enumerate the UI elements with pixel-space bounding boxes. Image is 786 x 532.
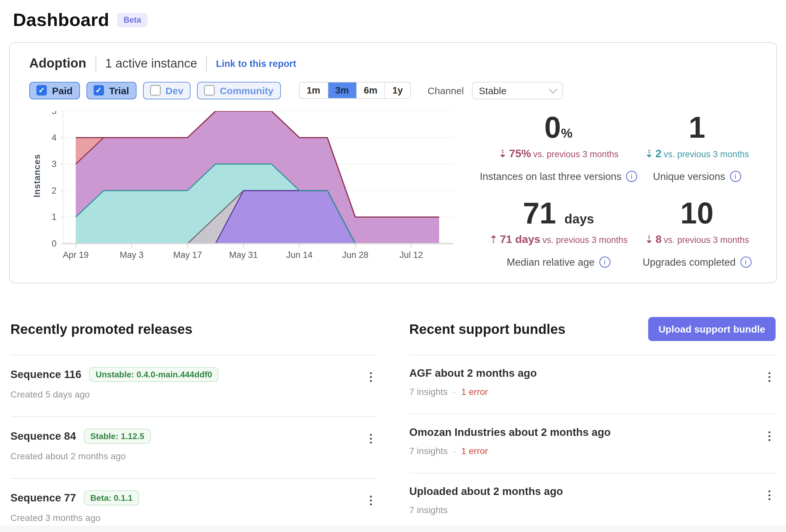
link-to-report[interactable]: Link to this report: [216, 58, 297, 69]
release-title: Sequence 116: [10, 368, 81, 381]
filter-community[interactable]: Community: [197, 82, 280, 99]
delta-suffix: vs. previous 3 months: [664, 149, 749, 159]
info-icon[interactable]: i: [599, 257, 610, 268]
stat-label: Median relative age: [507, 257, 595, 268]
bundle-row[interactable]: AGF about 2 months ago 7 insights · 1 er…: [409, 355, 776, 414]
kebab-menu-icon[interactable]: [766, 370, 773, 385]
y-axis-title: Instances: [32, 150, 42, 202]
delta-suffix: vs. previous 3 months: [542, 235, 628, 245]
checkbox-unchecked-icon[interactable]: [150, 86, 160, 96]
adoption-card: Adoption 1 active instance Link to this …: [9, 42, 777, 283]
release-badge: Stable: 1.12.5: [84, 429, 151, 444]
range-1m[interactable]: 1m: [299, 83, 328, 98]
page-title: Dashboard: [13, 10, 109, 30]
release-created: Created 3 months ago: [10, 512, 377, 523]
filter-paid[interactable]: ✓ Paid: [29, 82, 79, 99]
svg-text:May 3: May 3: [120, 250, 144, 260]
stat-value: 1: [689, 111, 705, 144]
stat-unit: %: [561, 126, 573, 140]
release-row[interactable]: Sequence 116 Unstable: 0.4.0-main.444ddf…: [10, 355, 377, 416]
channel-select[interactable]: Stable: [472, 82, 563, 99]
kebab-menu-icon[interactable]: [766, 488, 773, 503]
delta-value: 2: [656, 147, 662, 160]
bundle-insights: 7 insights: [409, 505, 447, 515]
stat-upgrades-completed: 10 ⇣8vs. previous 3 months Upgrades comp…: [637, 198, 757, 268]
adoption-title: Adoption: [29, 56, 87, 71]
delta-value: 8: [656, 233, 662, 245]
adoption-chart-block: Instances Apr 19May 3May 17May 31Jun 14J…: [29, 111, 454, 268]
stat-value: 71: [523, 196, 556, 230]
release-row[interactable]: Sequence 84 Stable: 1.12.5 Created about…: [10, 417, 377, 478]
svg-text:4: 4: [52, 132, 56, 142]
delta-value: 71 days: [500, 233, 540, 245]
stat-value: 10: [680, 196, 714, 230]
trend-down-icon: ⇣: [645, 233, 654, 245]
svg-text:May 17: May 17: [173, 250, 202, 260]
svg-text:0: 0: [52, 239, 56, 248]
kebab-menu-icon[interactable]: [367, 431, 374, 446]
filter-label: Paid: [52, 85, 72, 96]
filters-row: ✓ Paid ✓ Trial Dev Community 1m 3m 6m 1y: [29, 82, 757, 99]
kebab-menu-icon[interactable]: [766, 429, 773, 444]
info-icon[interactable]: i: [626, 171, 637, 182]
recent-releases-section: Recently promoted releases Sequence 116 …: [10, 317, 377, 532]
bundle-row[interactable]: Uploaded about 2 months ago 7 insights: [409, 474, 776, 532]
bundle-insights: 7 insights: [409, 387, 447, 397]
svg-text:Jul 12: Jul 12: [399, 250, 423, 260]
release-badge: Beta: 0.1.1: [84, 490, 139, 505]
stat-label: Unique versions: [653, 171, 725, 183]
kebab-menu-icon[interactable]: [367, 370, 374, 385]
range-6m[interactable]: 6m: [356, 83, 385, 98]
channel-control: Channel Stable: [427, 82, 563, 99]
filter-label: Dev: [165, 85, 183, 96]
info-icon[interactable]: i: [740, 257, 751, 268]
release-created: Created 5 days ago: [10, 389, 377, 400]
bundle-errors: 1 error: [461, 445, 488, 456]
active-instances-count: 1 active instance: [105, 56, 197, 71]
stat-label: Upgrades completed: [643, 257, 736, 268]
bundle-title: AGF about 2 months ago: [409, 367, 537, 379]
stat-label: Instances on last three versions: [480, 171, 622, 183]
channel-value: Stable: [479, 85, 506, 96]
separator: [96, 56, 96, 71]
svg-text:May 31: May 31: [229, 250, 258, 260]
stats-grid: 0% ⇣75%vs. previous 3 months Instances o…: [454, 111, 757, 268]
page-header: Dashboard Beta: [0, 0, 786, 30]
trend-down-icon: ⇣: [498, 147, 507, 160]
info-icon[interactable]: i: [730, 171, 741, 182]
filter-trial[interactable]: ✓ Trial: [86, 82, 136, 99]
bundle-row[interactable]: Omozan Industries about 2 months ago 7 i…: [409, 414, 776, 473]
stat-instances-last-three-versions: 0% ⇣75%vs. previous 3 months Instances o…: [480, 112, 637, 183]
filter-dev[interactable]: Dev: [143, 82, 190, 99]
bundle-title: Omozan Industries about 2 months ago: [409, 426, 611, 438]
svg-text:Jun 28: Jun 28: [342, 250, 368, 260]
release-badge: Unstable: 0.4.0-main.444ddf0: [89, 367, 218, 382]
svg-text:2: 2: [52, 186, 56, 195]
support-bundles-section: Recent support bundles Upload support bu…: [409, 317, 776, 532]
time-range-segmented-control: 1m 3m 6m 1y: [299, 82, 411, 99]
range-3m[interactable]: 3m: [328, 83, 356, 98]
stat-unique-versions: 1 ⇣2vs. previous 3 months Unique version…: [637, 112, 757, 183]
svg-text:5: 5: [52, 111, 56, 116]
upload-support-bundle-button[interactable]: Upload support bundle: [648, 317, 776, 341]
dot-separator: ·: [453, 387, 456, 397]
delta-value: 75%: [509, 147, 531, 160]
svg-text:Apr 19: Apr 19: [63, 250, 89, 260]
range-1y[interactable]: 1y: [385, 83, 410, 98]
release-row[interactable]: Sequence 77 Beta: 0.1.1 Created 3 months…: [10, 479, 377, 532]
chart-and-stats: Instances Apr 19May 3May 17May 31Jun 14J…: [29, 111, 757, 268]
bottom-sections: Recently promoted releases Sequence 116 …: [0, 317, 786, 532]
checkbox-checked-icon[interactable]: ✓: [37, 86, 47, 96]
checkbox-checked-icon[interactable]: ✓: [93, 86, 104, 96]
trend-up-icon: ⇡: [489, 233, 498, 245]
channel-label: Channel: [427, 85, 464, 96]
page-bottom-strip: [0, 526, 786, 532]
checkbox-unchecked-icon[interactable]: [204, 86, 214, 96]
bundle-insights: 7 insights: [409, 445, 447, 456]
release-title: Sequence 77: [10, 492, 76, 504]
stat-value: 0: [545, 111, 561, 144]
adoption-chart: Apr 19May 3May 17May 31Jun 14Jun 28Jul 1…: [42, 111, 454, 261]
kebab-menu-icon[interactable]: [367, 493, 374, 508]
stat-unit: days: [564, 212, 594, 226]
filter-label: Trial: [109, 85, 129, 96]
